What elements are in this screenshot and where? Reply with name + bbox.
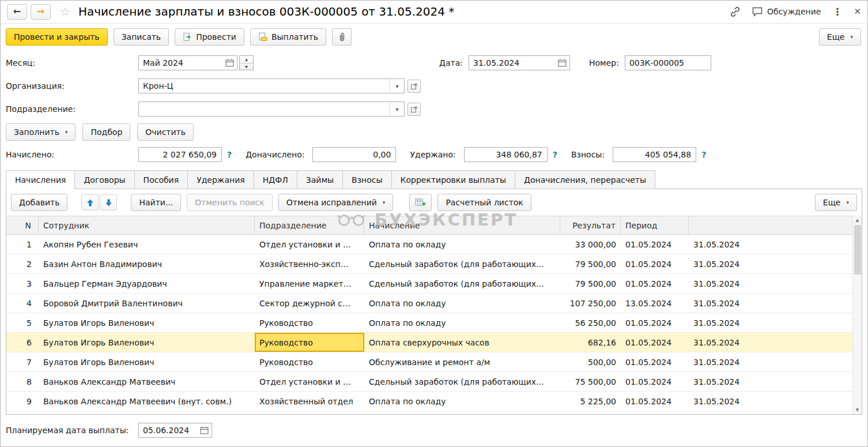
cell-accrual[interactable]: Оплата сверхурочных часов	[364, 333, 560, 352]
cell-result[interactable]: 33 000,00	[560, 235, 621, 254]
cell-department[interactable]: Руководство	[255, 313, 364, 332]
planned-date-input[interactable]: 05.06.2024	[138, 423, 212, 438]
chevron-down-icon[interactable]: ▾	[390, 102, 404, 116]
post-and-close-button[interactable]: Провести и закрыть	[6, 28, 108, 46]
pick-button[interactable]: Подбор	[82, 123, 130, 141]
cell-department[interactable]: Руководство	[255, 333, 364, 352]
spinner-up-icon[interactable]: ▲	[240, 56, 253, 63]
cell-department[interactable]: Отдел установки и …	[255, 235, 364, 254]
cell-accrual[interactable]: Оплата по окладу	[364, 235, 560, 254]
cell-result[interactable]: 79 500,00	[560, 254, 621, 273]
fill-button[interactable]: Заполнить ▾	[6, 123, 76, 141]
cell-period_to[interactable]: 31.05.2024	[689, 333, 852, 352]
header-result[interactable]: Результат	[560, 216, 621, 234]
cell-result[interactable]: 500,00	[560, 352, 621, 371]
table-row[interactable]: 4Боровой Дмитрий ВалентиновичСектор дежу…	[6, 294, 852, 313]
back-button[interactable]: ←	[7, 4, 27, 20]
cell-accrual[interactable]: Оплата по окладу	[364, 392, 560, 411]
forward-button[interactable]: →	[31, 4, 51, 20]
cell-department[interactable]: Руководство	[255, 352, 364, 371]
tab-5[interactable]: НДФЛ	[254, 170, 297, 189]
cell-period_from[interactable]: 01.05.2024	[621, 235, 689, 254]
cell-accrual[interactable]: Обслуживание и ремонт а/м	[364, 352, 560, 371]
undo-corrections-button[interactable]: Отмена исправлений ▾	[278, 194, 394, 211]
accrued-input[interactable]: 2 027 650,09	[138, 147, 222, 162]
cell-n[interactable]: 7	[6, 352, 39, 371]
table-row[interactable]: 1Акопян Рубен ГезевичОтдел установки и ……	[6, 235, 852, 254]
cell-period_from[interactable]: 01.05.2024	[621, 352, 689, 371]
cell-employee[interactable]: Боровой Дмитрий Валентинович	[39, 294, 255, 313]
cell-result[interactable]: 56 250,00	[560, 313, 621, 332]
cell-n[interactable]: 8	[6, 372, 39, 391]
get-link-icon[interactable]	[729, 6, 741, 18]
cell-period_from[interactable]: 13.05.2024	[621, 294, 689, 313]
cell-period_to[interactable]: 31.05.2024	[689, 294, 852, 313]
cell-accrual[interactable]: Сдельный заработок (для работающих…	[364, 372, 560, 391]
cell-employee[interactable]: Ваньков Александр Матвеевич	[39, 372, 255, 391]
find-button[interactable]: Найти...	[131, 194, 181, 211]
cell-period_to[interactable]: 31.05.2024	[689, 392, 852, 411]
vertical-scrollbar[interactable]: ▲ ▼	[852, 216, 862, 414]
cell-n[interactable]: 1	[6, 235, 39, 254]
cell-accrual[interactable]: Сдельный заработок (для работающих…	[364, 254, 560, 273]
cell-department[interactable]: Сектор дежурной с…	[255, 294, 364, 313]
table-row[interactable]: 5Булатов Игорь ВиленовичРуководствоОплат…	[6, 313, 852, 333]
cell-employee[interactable]: Ваньков Александр Матвеевич (внут. совм.…	[39, 392, 255, 411]
cell-employee[interactable]: Бальцер Герман Эдуардович	[39, 274, 255, 293]
cell-department[interactable]: Управление маркет…	[255, 274, 364, 293]
spinner-down-icon[interactable]: ▼	[240, 63, 253, 70]
cell-result[interactable]: 75 500,00	[560, 372, 621, 391]
cell-period_to[interactable]: 31.05.2024	[689, 352, 852, 371]
chevron-down-icon[interactable]: ▾	[390, 79, 404, 93]
table-row[interactable]: 3Бальцер Герман ЭдуардовичУправление мар…	[6, 274, 852, 294]
scrollbar-thumb[interactable]	[854, 225, 861, 275]
cell-result[interactable]: 79 500,00	[560, 274, 621, 293]
header-department[interactable]: Подразделение	[255, 216, 364, 234]
grid-more-button[interactable]: Еще ▾	[815, 194, 857, 211]
table-row[interactable]: 8Ваньков Александр МатвеевичОтдел устано…	[6, 372, 852, 392]
menu-dots-icon[interactable]: ⋮	[831, 6, 843, 17]
cell-employee[interactable]: Базин Антон Владимирович	[39, 254, 255, 273]
tab-1[interactable]: Начисления	[6, 170, 75, 189]
cell-period_to[interactable]: 31.05.2024	[689, 274, 852, 293]
header-period[interactable]: Период	[621, 216, 689, 234]
month-calendar-button[interactable]	[222, 56, 237, 70]
cell-employee[interactable]: Булатов Игорь Виленович	[39, 313, 255, 332]
header-employee[interactable]: Сотрудник	[39, 216, 255, 234]
cell-employee[interactable]: Акопян Рубен Гезевич	[39, 235, 255, 254]
cell-accrual[interactable]: Оплата по окладу	[364, 313, 560, 332]
header-n[interactable]: N	[6, 216, 39, 234]
organization-combo[interactable]: Крон-Ц ▾	[138, 78, 405, 93]
number-input[interactable]: 003К-000005	[625, 55, 711, 70]
table-row[interactable]: 6Булатов Игорь ВиленовичРуководствоОплат…	[6, 333, 852, 352]
table-row[interactable]: 2Базин Антон ВладимировичХозяйственно-эк…	[6, 254, 852, 274]
cell-period_from[interactable]: 01.05.2024	[621, 392, 689, 411]
toolbar-more-button[interactable]: Еще ▾	[819, 28, 861, 46]
withheld-help-icon[interactable]: ?	[553, 150, 557, 159]
cell-n[interactable]: 9	[6, 392, 39, 411]
tab-7[interactable]: Взносы	[342, 170, 392, 189]
cell-period_from[interactable]: 01.05.2024	[621, 372, 689, 391]
discussion-button[interactable]: Обсуждение	[752, 6, 821, 17]
department-open-button[interactable]	[407, 103, 421, 116]
close-icon[interactable]: ✕	[854, 6, 861, 17]
withheld-input[interactable]: 348 060,87	[464, 147, 548, 162]
cell-n[interactable]: 5	[6, 313, 39, 332]
table-row[interactable]: 7Булатов Игорь ВиленовичРуководствоОбслу…	[6, 352, 852, 372]
cancel-search-button[interactable]: Отменить поиск	[187, 194, 272, 211]
tab-4[interactable]: Удержания	[187, 170, 254, 189]
cell-period_from[interactable]: 01.05.2024	[621, 254, 689, 273]
cell-period_to[interactable]: 31.05.2024	[689, 372, 852, 391]
cell-result[interactable]: 107 250,00	[560, 294, 621, 313]
cell-period_from[interactable]: 01.05.2024	[621, 313, 689, 332]
add-table-button[interactable]	[409, 194, 432, 211]
cell-period_to[interactable]: 31.05.2024	[689, 235, 852, 254]
tab-6[interactable]: Займы	[297, 170, 343, 189]
pay-button[interactable]: Выплатить	[250, 28, 326, 46]
post-button[interactable]: Провести	[175, 28, 244, 46]
cell-n[interactable]: 4	[6, 294, 39, 313]
add-row-button[interactable]: Добавить	[11, 194, 67, 211]
cell-accrual[interactable]: Оплата по окладу	[364, 294, 560, 313]
date-calendar-button[interactable]	[555, 56, 569, 70]
scroll-up-icon[interactable]: ▲	[853, 216, 862, 224]
